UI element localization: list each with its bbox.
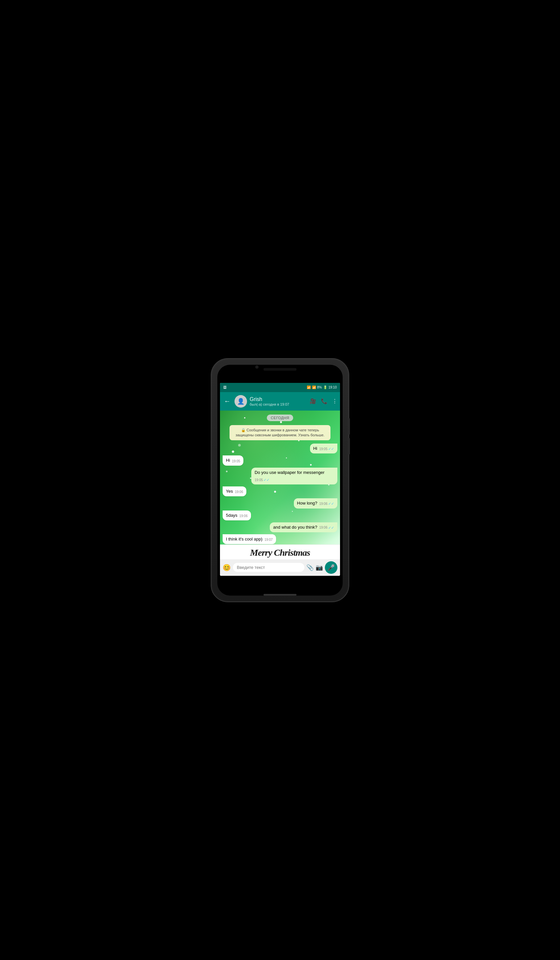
video-call-button[interactable]: 🎥: [310, 398, 316, 404]
bubble-sent-3: Do you use wallpaper for messenger 19:05…: [251, 468, 338, 485]
camera-button[interactable]: 📷: [315, 564, 323, 571]
bubble-meta-6: 19:06: [240, 514, 248, 518]
bubble-content-5: How long? 19:06 ✓✓: [297, 500, 334, 506]
bubble-content-1: Hi 19:05 ✓✓: [313, 446, 334, 451]
bubble-time-2: 19:05: [232, 459, 240, 464]
bubble-received-8: I think it's cool app) 19:07: [222, 534, 276, 544]
bubble-sent-1: Hi 19:05 ✓✓: [310, 443, 338, 453]
voice-call-button[interactable]: 📞: [321, 398, 328, 404]
message-row-1: Hi 19:05 ✓✓: [222, 443, 338, 453]
mic-button[interactable]: 🎤: [325, 561, 338, 574]
chat-area: СЕГОДНЯ 🔒 Сообщения и звонки в данном ча…: [220, 411, 340, 544]
bubble-text-7: and what do you think?: [273, 524, 317, 530]
contact-name: Grish: [250, 396, 307, 402]
bubble-time-7: 19:06: [319, 525, 328, 530]
app-bar: ← 👤 Grish был(-а) сегодня в 19:07 🎥 📞 ⋮: [220, 392, 340, 411]
avatar-icon: 👤: [237, 398, 245, 405]
bubble-content-2: Hi 19:05: [226, 458, 240, 463]
message-row-4: Yes 19:06: [222, 486, 338, 496]
message-row-2: Hi 19:05: [222, 456, 338, 465]
contact-info[interactable]: Grish был(-а) сегодня в 19:07: [250, 396, 307, 406]
message-row-5: How long? 19:06 ✓✓: [222, 498, 338, 508]
bubble-meta-4: 19:06: [235, 490, 243, 494]
app-bar-actions: 🎥 📞 ⋮: [310, 398, 338, 404]
back-button[interactable]: ←: [222, 396, 232, 406]
bubble-time-4: 19:06: [235, 490, 243, 494]
battery-percent: 8%: [317, 386, 322, 389]
earpiece-speaker: [264, 368, 296, 371]
bubble-text-1: Hi: [313, 446, 317, 451]
bubble-received-2: Hi 19:05: [222, 456, 243, 465]
message-row-8: I think it's cool app) 19:07: [222, 534, 338, 544]
bubble-meta-2: 19:05: [232, 459, 240, 464]
notification-icon: 🖼: [223, 386, 227, 389]
bubble-text-4: Yes: [226, 488, 233, 494]
avatar: 👤: [235, 395, 247, 408]
tick-5: ✓✓: [328, 501, 334, 506]
message-row-7: and what do you think? 19:06 ✓✓: [222, 522, 338, 532]
front-camera: [255, 365, 259, 369]
info-message: 🔒 Сообщения и звонки в данном чате тепер…: [230, 425, 330, 441]
app-screen: 🖼 📶 📶 8% 🔋 19:10 ← 👤 Grish был(: [220, 383, 340, 576]
bubble-text-6: 5days: [226, 512, 237, 518]
volume-up-button[interactable]: [349, 418, 350, 435]
bubble-meta-5: 19:06 ✓✓: [319, 501, 334, 506]
xmas-image: Merry Christmas: [220, 545, 340, 559]
status-left: 🖼: [223, 386, 227, 389]
input-row: 😊 📎 📷 🎤: [220, 559, 340, 576]
message-input[interactable]: [233, 563, 304, 572]
emoji-button[interactable]: 😊: [222, 563, 231, 571]
attach-button[interactable]: 📎: [306, 564, 314, 571]
contact-status: был(-а) сегодня в 19:07: [250, 402, 307, 406]
clock: 19:10: [328, 386, 337, 389]
bubble-time-5: 19:06: [319, 502, 328, 506]
tick-7: ✓✓: [328, 525, 334, 530]
bubble-received-4: Yes 19:06: [222, 486, 246, 496]
status-right: 📶 📶 8% 🔋 19:10: [307, 386, 337, 389]
bubble-text-3: Do you use wallpaper for messenger: [254, 470, 325, 475]
message-row-6: 5days 19:06: [222, 510, 338, 520]
status-bar: 🖼 📶 📶 8% 🔋 19:10: [220, 383, 340, 392]
bubble-meta-3: 19:05 ✓✓: [254, 478, 269, 482]
phone-screen: 🖼 📶 📶 8% 🔋 19:10 ← 👤 Grish был(: [218, 365, 342, 595]
bubble-sent-5: How long? 19:06 ✓✓: [294, 498, 338, 508]
bubble-content-4: Yes 19:06: [226, 488, 243, 494]
messages-container: СЕГОДНЯ 🔒 Сообщения и звонки в данном ча…: [220, 411, 340, 544]
bubble-received-6: 5days 19:06: [222, 510, 251, 520]
bubble-text-2: Hi: [226, 458, 230, 463]
bubble-time-3: 19:05: [254, 478, 263, 482]
bubble-content-3: Do you use wallpaper for messenger 19:05…: [254, 470, 334, 483]
bubble-text-5: How long?: [297, 500, 317, 506]
tick-3: ✓✓: [264, 478, 269, 482]
bubble-meta-7: 19:06 ✓✓: [319, 525, 334, 530]
bubble-meta-1: 19:05 ✓✓: [319, 446, 334, 451]
bubble-content-8: I think it's cool app) 19:07: [226, 536, 273, 542]
bottom-area: Merry Christmas 😊 📎 📷 🎤: [220, 544, 340, 576]
bubble-content-7: and what do you think? 19:06 ✓✓: [273, 524, 334, 530]
bubble-meta-8: 19:07: [264, 538, 273, 542]
tick-1: ✓✓: [328, 446, 334, 451]
bubble-sent-7: and what do you think? 19:06 ✓✓: [270, 522, 338, 532]
date-badge: СЕГОДНЯ: [267, 414, 293, 421]
wifi-icon: 📶: [307, 386, 311, 389]
more-options-button[interactable]: ⋮: [332, 398, 338, 404]
mic-icon: 🎤: [328, 564, 335, 571]
signal-icon: 📶: [312, 386, 316, 389]
bubble-time-1: 19:05: [319, 447, 328, 451]
phone-device: 🖼 📶 📶 8% 🔋 19:10 ← 👤 Grish был(: [211, 358, 349, 602]
volume-down-button[interactable]: [349, 438, 350, 454]
bubble-time-8: 19:07: [264, 538, 273, 542]
battery-icon: 🔋: [323, 386, 327, 389]
bubble-text-8: I think it's cool app): [226, 536, 262, 542]
home-button[interactable]: [264, 594, 296, 595]
message-row-3: Do you use wallpaper for messenger 19:05…: [222, 468, 338, 485]
bubble-time-6: 19:06: [240, 514, 248, 518]
bubble-content-6: 5days 19:06: [226, 512, 248, 518]
